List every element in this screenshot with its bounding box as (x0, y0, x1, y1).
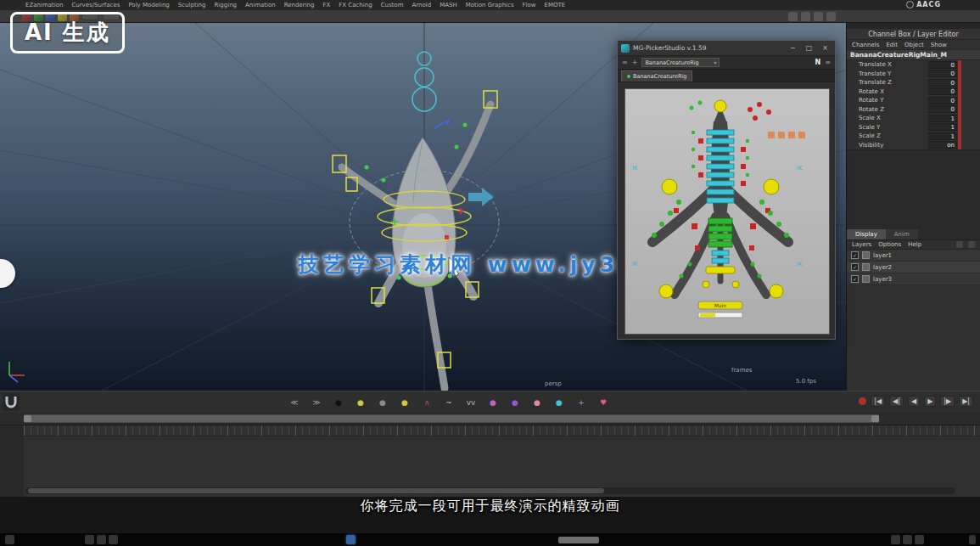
animation-tool-icon[interactable]: ● (531, 398, 543, 407)
taskbar-icon[interactable] (969, 535, 976, 544)
selected-object-name[interactable]: BananaCreatureRigMain_M (847, 50, 980, 60)
picker-studio-window[interactable]: MG-PickerStudio v.1.59 ─ □ × ≡ + BananaC… (617, 40, 836, 340)
menu-item[interactable]: Motion Graphics (466, 2, 514, 8)
channel-box-menu-item[interactable]: Show (931, 42, 947, 48)
menu-item[interactable]: Rendering (284, 2, 315, 8)
taskbar-icon[interactable] (85, 535, 94, 544)
app-logo-icon[interactable] (3, 393, 20, 411)
animation-tool-icon[interactable]: ● (509, 398, 521, 407)
animation-tool-icon[interactable]: ≫ (311, 398, 322, 407)
menu-item[interactable]: EZanimation (25, 2, 63, 8)
attribute-value-field[interactable]: 0 (928, 79, 957, 87)
timeline-ruler[interactable] (24, 425, 980, 436)
taskbar-icon[interactable] (5, 535, 14, 544)
timeline-scrollbar-thumb[interactable] (28, 488, 604, 493)
menu-item[interactable]: Animation (245, 2, 276, 8)
layer-row[interactable]: ✓ layer1 (847, 250, 980, 262)
layer-color-chip[interactable] (862, 251, 870, 259)
range-end-handle[interactable] (871, 415, 879, 422)
layer-color-chip[interactable] (862, 275, 870, 283)
animation-tool-icon[interactable]: ● (487, 398, 499, 407)
layer-row[interactable]: ✓ layer3 (847, 273, 980, 285)
animation-tool-icon[interactable]: ● (377, 398, 389, 407)
attribute-value-field[interactable]: 0 (928, 61, 957, 69)
main-control-label[interactable]: Main (714, 302, 727, 308)
menu-item[interactable]: Flow (523, 2, 536, 8)
attribute-value-field[interactable]: 0 (928, 70, 957, 77)
animation-tool-icon[interactable]: ∧ (421, 398, 433, 407)
taskbar-icon[interactable] (109, 535, 118, 544)
ik-label[interactable]: IK (797, 165, 803, 172)
taskbar-widget[interactable] (558, 537, 599, 543)
animation-tool-icon[interactable]: ~ (443, 398, 455, 407)
attribute-value-field[interactable]: 0 (928, 97, 957, 104)
namespace-toggle[interactable]: N (815, 59, 821, 66)
rig-selector-dropdown[interactable]: BananaCreatureRig ▾ (641, 58, 720, 67)
shelf-tool-icon[interactable] (814, 12, 823, 21)
tab-anim[interactable]: Anim (886, 229, 918, 239)
menu-item[interactable]: MASH (440, 2, 457, 8)
channel-box-menu-item[interactable]: Object (904, 42, 924, 48)
playback-button[interactable]: |◀ (871, 396, 885, 407)
attribute-value-field[interactable]: 1 (928, 132, 957, 140)
maximize-button[interactable]: □ (803, 44, 815, 52)
taskbar-icon[interactable] (915, 535, 924, 544)
picker-canvas[interactable]: Main IK IK IK IK (624, 88, 830, 335)
menu-item[interactable]: Rigging (215, 2, 238, 8)
animation-tool-icon[interactable]: ♥ (597, 398, 609, 407)
menu-item[interactable]: Curves/Surfaces (71, 2, 120, 8)
playback-button[interactable]: |▶ (940, 396, 955, 407)
animation-tool-icon[interactable]: vv (465, 398, 477, 407)
animation-tool-icon[interactable]: ● (333, 398, 344, 407)
minimize-button[interactable]: ─ (787, 44, 799, 52)
animation-tool-icon[interactable]: ● (399, 398, 411, 407)
options-icon[interactable]: ≡ (825, 59, 831, 66)
menu-item[interactable]: FX (322, 2, 330, 8)
attribute-value-field[interactable]: 1 (928, 115, 957, 122)
ik-label[interactable]: IK (632, 165, 638, 172)
animation-tool-icon[interactable]: + (575, 398, 587, 407)
layer-editor-menu-item[interactable]: Options (878, 241, 901, 248)
channel-box-menu-item[interactable]: Edit (886, 42, 898, 48)
close-button[interactable]: × (819, 44, 832, 52)
taskbar-icon[interactable] (97, 535, 106, 544)
tab-display[interactable]: Display (847, 229, 886, 239)
layer-color-chip[interactable] (862, 263, 870, 271)
menu-item[interactable]: FX Caching (339, 2, 372, 8)
layer-visibility-toggle[interactable]: ✓ (851, 275, 859, 283)
picker-tab[interactable]: BananaCreatureRig (621, 70, 692, 82)
new-empty-layer-icon[interactable] (968, 241, 975, 248)
picker-title-bar[interactable]: MG-PickerStudio v.1.59 ─ □ × (618, 41, 835, 56)
layer-row[interactable]: ✓ layer2 (847, 262, 980, 273)
layer-editor-menu-item[interactable]: Layers (852, 241, 871, 248)
range-start-handle[interactable] (24, 415, 31, 422)
creature-model[interactable] (342, 104, 490, 388)
attribute-value-field[interactable]: 0 (928, 105, 957, 113)
set-key-button[interactable] (859, 397, 866, 405)
menu-item[interactable]: EMOTE (545, 2, 566, 8)
layer-editor-menu-item[interactable]: Help (908, 241, 921, 248)
layer-visibility-toggle[interactable]: ✓ (851, 263, 859, 271)
animation-tool-icon[interactable]: ≪ (288, 398, 300, 407)
menu-item[interactable]: Custom (381, 2, 404, 8)
attribute-value-field[interactable]: on (928, 141, 957, 149)
menu-item[interactable]: Sculpting (178, 2, 206, 8)
ik-label[interactable]: IK (632, 261, 638, 267)
attribute-value-field[interactable]: 1 (928, 123, 957, 131)
shelf-tool-icon[interactable] (826, 12, 836, 21)
playback-button[interactable]: ◀ (908, 396, 920, 407)
channel-box-menu-item[interactable]: Channels (852, 42, 879, 48)
taskbar-active-app-icon[interactable] (346, 535, 356, 544)
timeline-panel[interactable] (0, 425, 980, 497)
playback-button[interactable]: ▶| (959, 396, 973, 407)
layer-visibility-toggle[interactable]: ✓ (851, 251, 859, 259)
ik-label[interactable]: IK (797, 261, 803, 267)
playback-button[interactable]: ▶ (924, 396, 936, 407)
animation-tool-icon[interactable]: ● (553, 398, 565, 407)
menu-item[interactable]: Poly Modeling (128, 2, 169, 8)
range-slider-inner[interactable] (31, 415, 872, 422)
playback-button[interactable]: ◀| (889, 396, 904, 407)
channel-box-header[interactable]: Channel Box / Layer Editor (847, 29, 980, 40)
timeline-scrollbar[interactable] (25, 487, 955, 494)
taskbar-icon[interactable] (891, 535, 900, 544)
